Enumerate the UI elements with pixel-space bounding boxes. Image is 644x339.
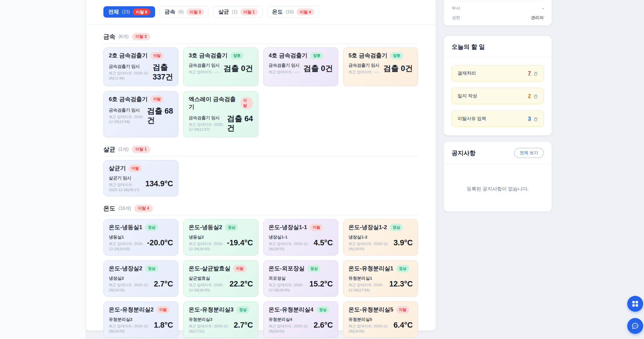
device-subname: 살균기 임시 <box>109 175 143 181</box>
card-body: 유청분리실2 최근 업데이트: 2025-12-26(18:00) 1.8°C <box>109 317 173 334</box>
section-header: 살균 (1개) 이탈 1 <box>103 145 418 153</box>
todo-label: 이탈사유 입력 <box>458 116 486 122</box>
tab-deviation-badge: 이탈 8 <box>133 9 150 16</box>
view-all-button[interactable]: 전체 보기 <box>514 148 544 158</box>
device-section: 금속 (6개) 이탈 3 2호 금속검출기 이탈 <box>103 33 418 137</box>
card-header: 온도-외포장실 정상 <box>269 265 333 272</box>
card-info: 유청분리실4 최근 업데이트: 2025-12-26(18:00) <box>269 317 311 334</box>
card-body: 금속검출기 임시 최근 업데이트: --:-- 검출 0건 <box>349 63 413 75</box>
profile-label: 부서 <box>452 6 460 11</box>
chat-bubble-icon <box>631 322 639 330</box>
status-badge: 이탈 <box>240 97 253 109</box>
todo-item[interactable]: 결재처리 7 건 <box>452 65 544 81</box>
section-deviation-badge: 이탈 3 <box>132 33 151 40</box>
last-updated: 최근 업데이트: 2025-12-26(18:00) <box>269 324 311 334</box>
device-card[interactable]: 온도-살균발효실 이탈 살균발효실 최근 업데이트: 2025-12-26(18… <box>183 260 258 297</box>
last-updated: 최근 업데이트: --:-- <box>269 70 301 75</box>
notice-title: 공지사항 <box>452 149 476 157</box>
device-value: 2.7°C <box>154 279 173 289</box>
todo-item[interactable]: 이탈사유 입력 3 건 <box>452 110 544 127</box>
last-updated: 최근 업데이트: 2025-12-26(18:00) <box>269 241 311 251</box>
device-value: 검출 0건 <box>383 64 413 74</box>
device-subname: 냉장실1-1 <box>269 235 311 240</box>
todo-count-link[interactable]: 2 <box>528 93 531 99</box>
device-card[interactable]: 3호 금속검출기 양호 금속검출기 임시 최근 업데이트: --:-- 검출 0… <box>183 47 258 86</box>
card-info: 유청분리실2 최근 업데이트: 2025-12-26(18:00) <box>109 317 151 334</box>
tab-count: (6) <box>178 9 184 14</box>
card-title: 2호 금속검출기 <box>109 52 148 59</box>
device-subname: 냉장실2 <box>109 276 151 281</box>
device-subname: 금속검출기 임시 <box>269 63 301 68</box>
device-value: 12.3°C <box>389 279 413 289</box>
todo-count-link[interactable]: 7 <box>528 70 531 76</box>
section-header: 온도 (16개) 이탈 4 <box>103 204 418 212</box>
device-card[interactable]: 온도-유청분리실4 정상 유청분리실4 최근 업데이트: 2025-12-26(… <box>263 302 338 338</box>
device-card[interactable]: 온도-유청분리실1 정상 유청분리실1 최근 업데이트: 2025-12-26(… <box>343 260 418 297</box>
card-title: 온도-살균발효실 <box>189 265 230 272</box>
section-divider <box>103 156 418 156</box>
device-card[interactable]: 온도-냉장실1-1 이탈 냉장실1-1 최근 업데이트: 2025-12-26(… <box>263 219 338 256</box>
apps-menu-button[interactable] <box>627 296 643 312</box>
filter-tab[interactable]: 살균 (1) 이탈 1 <box>213 6 262 18</box>
card-title: 온도-유청분리실5 <box>349 306 393 313</box>
tab-deviation-badge: 이탈 3 <box>187 9 204 16</box>
device-subname: 유청분리실3 <box>189 317 231 322</box>
device-card[interactable]: 온도-냉동실2 정상 냉동실2 최근 업데이트: 2025-12-26(18:0… <box>183 219 258 256</box>
filter-tab[interactable]: 금속 (6) 이탈 3 <box>160 6 209 18</box>
profile-value: 관리자 <box>531 15 544 20</box>
tab-count: (16) <box>286 9 294 14</box>
card-body: 외포장실 최근 업데이트: 2025-12-26(18:00) 15.2°C <box>269 276 333 292</box>
profile-divider <box>452 1 544 1</box>
card-body: 금속검출기 임시 최근 업데이트: 2025-12-26(12:57) 검출 6… <box>189 114 253 133</box>
device-card[interactable]: 온도-외포장실 정상 외포장실 최근 업데이트: 2025-12-26(18:0… <box>263 260 338 297</box>
device-card[interactable]: 온도-냉장실1-2 정상 냉장실1-2 최근 업데이트: 2025-12-26(… <box>343 219 418 256</box>
notice-header: 공지사항 전체 보기 <box>452 148 544 158</box>
section-header: 금속 (6개) 이탈 3 <box>103 33 418 41</box>
card-info: 냉장실1-2 최근 업데이트: 2025-12-26(18:00) <box>349 235 391 251</box>
last-updated: 최근 업데이트: 2025-12-26(18:00) <box>189 241 224 251</box>
todo-item[interactable]: 일지 작성 2 건 <box>452 88 544 104</box>
left-sidebar-area <box>0 0 86 339</box>
card-title: 온도-유청분리실3 <box>189 306 234 313</box>
device-value: 2.6°C <box>314 321 333 330</box>
device-card[interactable]: 온도-유청분리실3 정상 유청분리실3 최근 업데이트: 2025-12-26(… <box>183 302 258 338</box>
device-subname: 냉장실1-2 <box>349 235 391 240</box>
card-info: 냉동실1 최근 업데이트: 2025-12-26(18:00) <box>109 235 145 251</box>
device-card[interactable]: 온도-유청분리실2 이탈 유청분리실2 최근 업데이트: 2025-12-26(… <box>103 302 178 338</box>
todo-count-link[interactable]: 3 <box>528 116 531 122</box>
card-title: 온도-유청분리실2 <box>109 306 154 313</box>
device-subname: 유청분리실4 <box>269 317 311 322</box>
card-info: 금속검출기 임시 최근 업데이트: 2025-12-26(12:48) <box>109 64 150 81</box>
card-header: 온도-살균발효실 이탈 <box>189 265 253 272</box>
device-card[interactable]: 2호 금속검출기 이탈 금속검출기 임시 최근 업데이트: 2025-12-26… <box>103 47 178 86</box>
notice-empty-text: 등록된 공지사항이 없습니다. <box>452 186 544 192</box>
todo-panel: 오늘의 할 일 결재처리 7 건 일지 작성 2 건 이탈사유 입력 <box>444 36 552 135</box>
tab-count: (1) <box>232 9 237 14</box>
profile-value: - <box>542 6 544 11</box>
device-card[interactable]: 5호 금속검출기 양호 금속검출기 임시 최근 업데이트: --:-- 검출 0… <box>343 47 418 86</box>
card-title: 살균기 <box>109 164 126 172</box>
filter-tab[interactable]: 전체 (23) 이탈 8 <box>103 6 155 18</box>
device-card[interactable]: 6호 금속검출기 이탈 금속검출기 임시 최근 업데이트: 2025-12-26… <box>103 91 178 138</box>
device-subname: 유청분리실5 <box>349 317 391 322</box>
device-card[interactable]: 엑스레이 금속검출기 이탈 금속검출기 임시 최근 업데이트: 2025-12-… <box>183 91 258 138</box>
device-card[interactable]: 온도-냉동실1 정상 냉동실1 최근 업데이트: 2025-12-26(18:0… <box>103 219 178 256</box>
device-card[interactable]: 4호 금속검출기 양호 금속검출기 임시 최근 업데이트: --:-- 검출 0… <box>263 47 338 86</box>
card-title: 온도-냉장실1-1 <box>269 223 307 231</box>
section-deviation-badge: 이탈 4 <box>134 205 153 212</box>
card-title: 온도-냉장실1-2 <box>349 223 387 231</box>
device-card[interactable]: 살균기 이탈 살균기 임시 최근 업데이트: 2025-12-26(09:17)… <box>103 160 178 196</box>
last-updated: 최근 업데이트: --:-- <box>189 70 221 75</box>
last-updated: 최근 업데이트: 2025-12-26(18:00) <box>109 282 151 292</box>
tab-deviation-badge: 이탈 1 <box>240 9 258 16</box>
card-header: 4호 금속검출기 양호 <box>269 52 333 59</box>
card-info: 금속검출기 임시 최근 업데이트: 2025-12-26(15:58) <box>109 108 145 124</box>
device-value: 134.9°C <box>145 179 173 189</box>
chat-support-button[interactable] <box>627 318 643 334</box>
card-body: 유청분리실4 최근 업데이트: 2025-12-26(18:00) 2.6°C <box>269 317 333 334</box>
device-value: 6.4°C <box>393 321 413 330</box>
device-card[interactable]: 온도-냉장실2 정상 냉장실2 최근 업데이트: 2025-12-26(18:0… <box>103 260 178 297</box>
status-badge: 이탈 <box>151 52 164 59</box>
device-card[interactable]: 온도-유청분리실5 이탈 유청분리실5 최근 업데이트: 2025-12-26(… <box>343 302 418 338</box>
filter-tab[interactable]: 온도 (16) 이탈 4 <box>267 6 319 18</box>
